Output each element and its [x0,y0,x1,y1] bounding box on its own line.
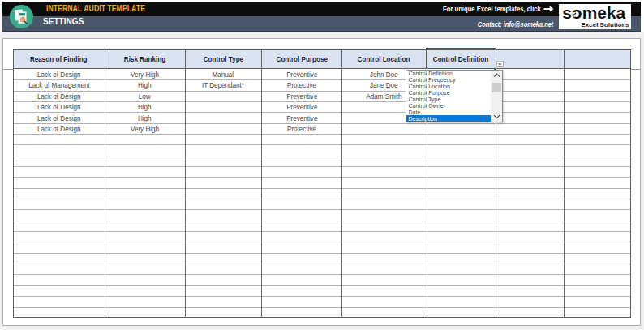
svg-text:Description: Description [409,114,437,122]
svg-text:someka: someka [562,4,625,22]
svg-text:Excel Solutions: Excel Solutions [581,21,629,27]
